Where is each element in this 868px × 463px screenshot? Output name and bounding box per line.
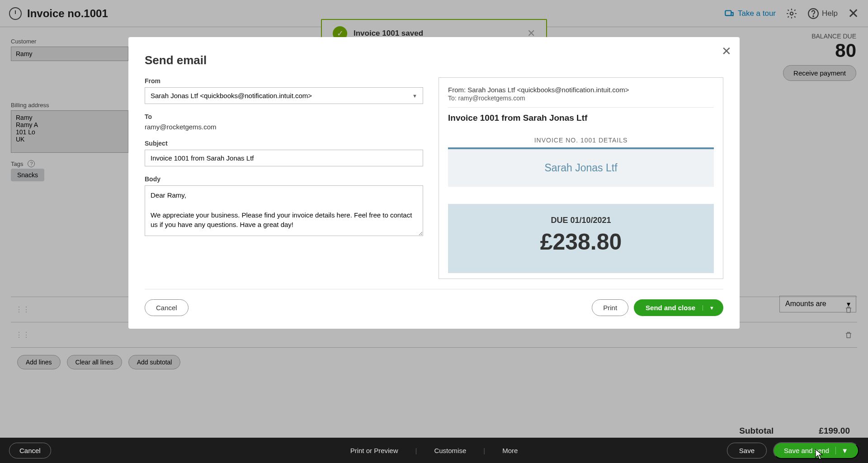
- preview-from: From: Sarah Jonas Ltf <quickbooks@notifi…: [448, 86, 714, 94]
- print-or-preview-link[interactable]: Print or Preview: [349, 447, 400, 454]
- chevron-down-icon[interactable]: ▼: [703, 305, 714, 311]
- modal-close-icon[interactable]: ✕: [722, 44, 731, 58]
- send-and-close-button[interactable]: Send and close ▼: [634, 299, 723, 316]
- send-email-modal: ✕ Send email From Sarah Jonas Ltf <quick…: [128, 37, 740, 329]
- customise-link[interactable]: Customise: [432, 447, 468, 454]
- to-value[interactable]: ramy@rocketgems.com: [145, 123, 423, 131]
- more-link[interactable]: More: [500, 447, 519, 454]
- from-label: From: [145, 77, 423, 85]
- save-button[interactable]: Save: [727, 443, 767, 458]
- preview-due-date: DUE 01/10/2021: [448, 216, 714, 225]
- divider: [448, 107, 714, 108]
- bottom-action-bar: Cancel Print or Preview | Customise | Mo…: [0, 438, 868, 463]
- chevron-down-icon[interactable]: ▼: [835, 447, 848, 454]
- save-and-send-label: Save and send: [784, 447, 829, 454]
- divider: [145, 289, 723, 289]
- from-select[interactable]: Sarah Jonas Ltf <quickbooks@notification…: [145, 87, 423, 104]
- subject-input[interactable]: [145, 150, 423, 166]
- subject-label: Subject: [145, 140, 423, 147]
- to-label: To: [145, 113, 423, 120]
- print-button[interactable]: Print: [592, 299, 628, 316]
- from-value: Sarah Jonas Ltf <quickbooks@notification…: [151, 92, 312, 99]
- preview-due-block: DUE 01/10/2021 £238.80: [448, 204, 714, 273]
- preview-details-header: INVOICE NO. 1001 DETAILS: [448, 137, 714, 149]
- save-and-send-button[interactable]: Save and send ▼: [773, 442, 859, 459]
- preview-company: Sarah Jonas Ltf: [448, 149, 714, 187]
- email-preview: From: Sarah Jonas Ltf <quickbooks@notifi…: [439, 77, 723, 279]
- chevron-down-icon: ▼: [412, 93, 417, 99]
- preview-subject: Invoice 1001 from Sarah Jonas Ltf: [448, 113, 714, 123]
- bottom-cancel-button[interactable]: Cancel: [9, 443, 51, 458]
- send-and-close-label: Send and close: [646, 304, 695, 312]
- preview-to: To: ramy@rocketgems.com: [448, 94, 714, 102]
- modal-title: Send email: [145, 53, 723, 67]
- body-textarea[interactable]: [145, 185, 423, 236]
- preview-amount: £238.80: [448, 229, 714, 255]
- cancel-button[interactable]: Cancel: [145, 299, 189, 316]
- body-label: Body: [145, 175, 423, 183]
